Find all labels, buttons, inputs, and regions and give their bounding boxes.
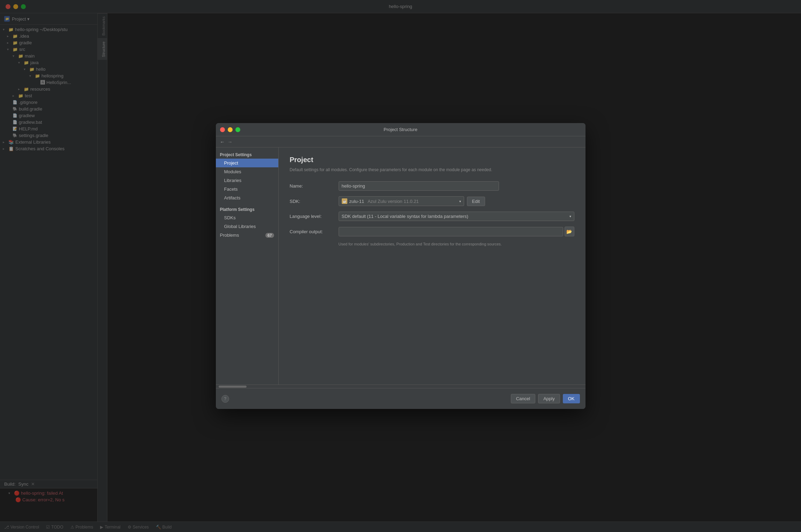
name-label: Name: [290, 183, 339, 189]
content-description: Default settings for all modules. Config… [290, 167, 574, 173]
dialog-minimize-button[interactable] [228, 127, 233, 132]
back-arrow[interactable]: ← [220, 139, 225, 145]
forward-arrow[interactable]: → [228, 139, 233, 145]
scrollbar-area [216, 385, 585, 388]
cancel-button[interactable]: Cancel [511, 394, 535, 403]
problems-label: Problems [220, 233, 239, 238]
dialog-close-button[interactable] [220, 127, 225, 132]
dialog-maximize-button[interactable] [235, 127, 240, 132]
compiler-browse-button[interactable]: 📂 [565, 227, 574, 236]
language-level-value: SDK default (11 - Local variable syntax … [342, 214, 468, 219]
sdk-detail: Azul Zulu version 11.0.21 [368, 199, 419, 204]
platform-settings-header: Platform Settings [216, 205, 278, 213]
edit-button[interactable]: Edit [467, 197, 485, 206]
settings-content: Project Default settings for all modules… [279, 147, 585, 385]
dialog-body: Project Settings Project Modules Librari… [216, 147, 585, 385]
compiler-output-label: Compiler output: [290, 229, 339, 234]
problems-badge: 67 [265, 233, 274, 238]
dialog-titlebar: Project Structure [216, 123, 585, 136]
chevron-down-icon: ▾ [569, 214, 571, 218]
chevron-down-icon: ▾ [459, 199, 461, 203]
folder-open-icon: 📂 [566, 229, 572, 234]
content-title: Project [290, 156, 574, 164]
sdk-selector-row: ☕ zulu-11 Azul Zulu version 11.0.21 ▾ Ed… [339, 196, 574, 206]
project-settings-header: Project Settings [216, 150, 278, 159]
name-row: Name: [290, 181, 574, 191]
compiler-note: Used for modules' subdirectories, Produc… [339, 242, 574, 246]
language-level-label: Language level: [290, 214, 339, 219]
compiler-output-input[interactable] [339, 227, 563, 236]
settings-item-problems[interactable]: Problems 67 [216, 231, 278, 240]
modal-overlay: Project Structure ← → Project Settings P… [0, 0, 801, 532]
dialog-title: Project Structure [384, 127, 417, 132]
sdk-select[interactable]: ☕ zulu-11 Azul Zulu version 11.0.21 ▾ [339, 196, 464, 206]
settings-item-facets[interactable]: Facets [216, 185, 278, 193]
dialog-nav: ← → [216, 136, 585, 147]
apply-button[interactable]: Apply [538, 394, 560, 403]
sdk-icon: ☕ [342, 198, 347, 204]
ok-button[interactable]: OK [563, 394, 580, 403]
sdk-value: zulu-11 [349, 199, 364, 204]
sdk-select-left: ☕ zulu-11 Azul Zulu version 11.0.21 [342, 198, 419, 204]
dialog-footer: ? Cancel Apply OK [216, 388, 585, 409]
dialog-action-buttons: Cancel Apply OK [511, 394, 580, 403]
settings-item-libraries[interactable]: Libraries [216, 176, 278, 185]
language-level-select[interactable]: SDK default (11 - Local variable syntax … [339, 212, 574, 221]
compiler-output-row: Compiler output: 📂 [290, 227, 574, 236]
settings-item-sdks[interactable]: SDKs [216, 213, 278, 222]
help-button[interactable]: ? [221, 395, 229, 403]
language-level-row: Language level: SDK default (11 - Local … [290, 212, 574, 221]
sdk-label: SDK: [290, 199, 339, 204]
compiler-row: 📂 [339, 227, 574, 236]
dialog-traffic-lights [220, 127, 240, 132]
sdk-row: SDK: ☕ zulu-11 Azul Zulu version 11.0.21… [290, 196, 574, 206]
name-input[interactable] [339, 181, 499, 191]
settings-sidebar: Project Settings Project Modules Librari… [216, 147, 279, 385]
settings-item-artifacts[interactable]: Artifacts [216, 193, 278, 202]
project-structure-dialog: Project Structure ← → Project Settings P… [216, 123, 585, 409]
settings-item-project[interactable]: Project [216, 159, 278, 167]
settings-item-global-libraries[interactable]: Global Libraries [216, 222, 278, 231]
scrollbar-thumb[interactable] [219, 386, 247, 388]
settings-item-modules[interactable]: Modules [216, 167, 278, 176]
